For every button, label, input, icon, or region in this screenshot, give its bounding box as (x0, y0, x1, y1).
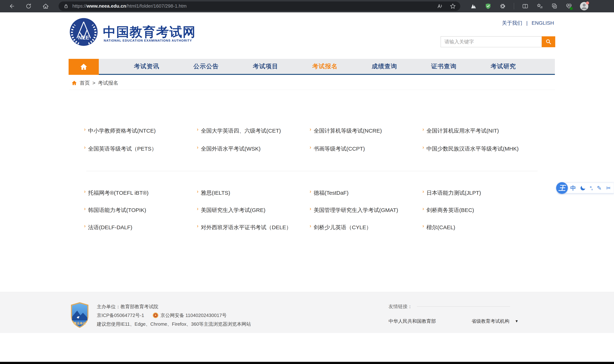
nav-home-button[interactable] (69, 59, 99, 75)
back-icon[interactable] (8, 3, 15, 10)
screenshot-scissors-icon[interactable]: ✂ (606, 185, 611, 191)
favorite-star-icon[interactable] (449, 3, 456, 10)
adguard-shield-icon[interactable] (485, 3, 491, 10)
nav-item-exam-research[interactable]: 考试研究 (474, 59, 533, 74)
exam-link-bec[interactable]: ›剑桥商务英语(BEC) (422, 207, 535, 224)
link-arrow-icon: › (422, 189, 424, 194)
profile-notification-dot (586, 1, 589, 5)
link-arrow-icon: › (310, 189, 311, 194)
exam-link-dele[interactable]: ›对外西班牙语水平证书考试（DELE） (197, 224, 310, 241)
url-text[interactable]: https://www.neea.edu.cn/html1/folder/160… (72, 3, 187, 9)
nav-item-announcements[interactable]: 公示公告 (177, 59, 236, 74)
punctuation-icon[interactable]: °, (590, 186, 592, 190)
exam-link-ntce[interactable]: ›中小学教师资格考试(NTCE) (84, 127, 197, 145)
exam-link-cael[interactable]: ›楷尔(CAEL) (422, 224, 535, 241)
breadcrumb-home[interactable]: 首页 (80, 79, 90, 86)
neea-logo[interactable]: NEE (70, 18, 98, 46)
exam-link-wsk[interactable]: ›全国外语水平考试(WSK) (197, 145, 310, 163)
taskbar-strip (0, 362, 614, 364)
link-arrow-icon: › (310, 223, 311, 229)
link-arrow-icon: › (84, 144, 86, 150)
exam-link-ielts[interactable]: ›雅思(IELTS) (197, 189, 310, 207)
exam-link-ncre[interactable]: ›全国计算机等级考试(NCRE) (310, 127, 422, 145)
home-icon[interactable] (42, 3, 49, 10)
nav-item-exam-programs[interactable]: 考试项目 (236, 59, 295, 74)
exam-link-pets[interactable]: ›全国英语等级考试（PETS） (84, 145, 197, 163)
group-divider (86, 171, 538, 171)
search-icon (545, 39, 552, 45)
url-scheme: https:// (72, 3, 87, 9)
english-link[interactable]: ENGLISH (531, 20, 554, 26)
nav-item-exam-news[interactable]: 考试资讯 (117, 59, 177, 74)
lock-icon[interactable] (63, 3, 70, 10)
svg-text:NEE: NEE (78, 35, 89, 40)
link-moe[interactable]: 中华人民共和国教育部 (389, 318, 436, 325)
exam-link-jlpt[interactable]: ›日本语能力测试(JLPT) (422, 189, 535, 207)
exam-link-toefl[interactable]: ›托福网考®(TOEFL iBT®) (84, 189, 197, 207)
ime-toolbar[interactable]: 王 中 °, ✎ ✂ (558, 183, 614, 193)
exam-link-delf-dalf[interactable]: ›法语(DELF-DALF) (84, 224, 197, 241)
search-button[interactable] (542, 36, 555, 47)
extension-mountains-icon[interactable] (470, 3, 477, 10)
search-input[interactable] (441, 36, 542, 47)
footer-icp[interactable]: 京ICP备05064772号-1 (97, 312, 144, 319)
exam-link-mhk[interactable]: ›中国少数民族汉语水平等级考试(MHK) (422, 145, 535, 163)
nav-item-exam-registration[interactable]: 考试报名 (295, 59, 355, 74)
exam-link-gre[interactable]: ›美国研究生入学考试(GRE) (197, 207, 310, 224)
friend-links-label: 友情链接： (389, 303, 412, 310)
exam-link-topik[interactable]: ›韩国语能力考试(TOPIK) (84, 207, 197, 224)
provincial-dropdown-caret[interactable]: ▼ (515, 319, 518, 323)
chinese-mode-icon[interactable]: 中 (570, 185, 576, 191)
breadcrumb-divider (70, 90, 555, 90)
police-badge-icon (153, 312, 159, 318)
exam-link-testdaf[interactable]: ›德福(TestDaF) (310, 189, 422, 207)
link-provincial-agencies[interactable]: 省级教育考试机构 (472, 318, 509, 325)
link-arrow-icon: › (422, 206, 424, 212)
toolbar-divider (514, 3, 514, 10)
nav-item-certificate-query[interactable]: 证书查询 (414, 59, 474, 74)
breadcrumb-current: 考试报名 (98, 79, 118, 86)
page: https://www.neea.edu.cn/html1/folder/160… (0, 0, 614, 364)
gear-extension-icon[interactable] (499, 3, 506, 10)
exam-link-cet[interactable]: ›全国大学英语四、六级考试(CET) (197, 127, 310, 145)
exam-link-nit[interactable]: ›全国计算机应用水平考试(NIT) (422, 127, 535, 145)
profile-avatar[interactable] (580, 2, 588, 10)
link-arrow-icon: › (422, 223, 424, 229)
footer: 事业单位 主办单位：教育部教育考试院 京ICP备05064772号-1 京公网安… (0, 292, 614, 333)
about-us-link[interactable]: 关于我们 (502, 20, 522, 26)
breadcrumb-separator: > (92, 80, 95, 86)
link-arrow-icon: › (84, 189, 86, 194)
link-arrow-icon: › (84, 127, 86, 132)
exam-link-cyle[interactable]: ›剑桥少儿英语（CYLE） (310, 224, 422, 241)
handwriting-pencil-icon[interactable]: ✎ (597, 185, 602, 191)
home-icon (80, 63, 88, 71)
read-aloud-icon[interactable] (436, 3, 443, 10)
half-full-moon-icon[interactable] (581, 186, 585, 190)
footer-police[interactable]: 京公网安备 11040202430017号 (160, 312, 227, 319)
link-arrow-icon: › (310, 206, 311, 212)
link-arrow-icon: › (84, 223, 86, 229)
exam-link-gmat[interactable]: ›美国管理学研究生入学考试(GMAT) (310, 207, 422, 224)
footer-browser-advice: 建议您使用IE11、Edge、Chrome、Firefox、360等主流浏览器浏… (97, 320, 251, 328)
site-subtitle: NATIONAL EDUCATION EXAMINATIONS AUTHORIT… (104, 39, 192, 42)
collections-icon[interactable] (536, 3, 543, 10)
main-nav: 考试资讯 公示公告 考试项目 考试报名 成绩查询 证书查询 考试研究 (69, 59, 555, 75)
link-arrow-icon: › (197, 206, 198, 212)
link-arrow-icon: › (197, 223, 198, 229)
exam-link-ccpt[interactable]: ›书画等级考试(CCPT) (310, 145, 422, 163)
refresh-icon[interactable] (25, 3, 32, 10)
link-arrow-icon: › (422, 127, 424, 132)
nav-item-score-query[interactable]: 成绩查询 (355, 59, 414, 74)
public-institution-badge[interactable]: 事业单位 (70, 302, 89, 328)
svg-text:事业单位: 事业单位 (73, 322, 86, 325)
browser-essentials-icon[interactable] (565, 3, 572, 10)
link-arrow-icon: › (310, 144, 311, 150)
link-arrow-icon: › (197, 127, 198, 132)
ime-logo[interactable]: 王 (556, 182, 568, 194)
address-bar[interactable]: https://www.neea.edu.cn/html1/folder/160… (59, 1, 460, 11)
header-links: 关于我们 | ENGLISH (502, 20, 554, 26)
tab-copy-icon[interactable] (551, 3, 558, 10)
link-arrow-icon: › (310, 127, 311, 132)
browser-toolbar: https://www.neea.edu.cn/html1/folder/160… (0, 0, 614, 12)
split-screen-icon[interactable] (522, 3, 529, 10)
